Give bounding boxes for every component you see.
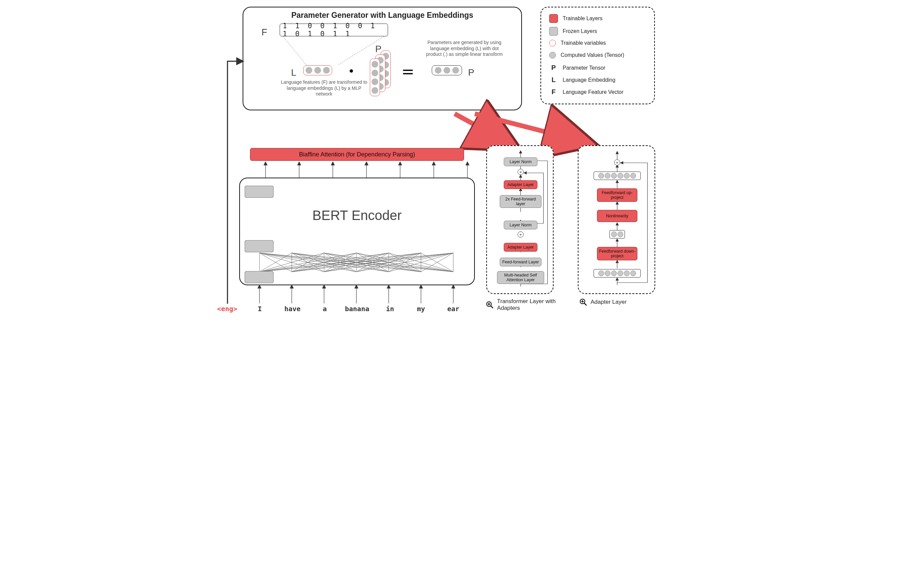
residual-add-icon: + (518, 169, 524, 175)
svg-line-3 (475, 114, 576, 140)
zoom-label-transformer: Transformer Layer with Adapters (486, 298, 563, 312)
legend-sym-F: F (549, 88, 558, 96)
legend-text: Language Embedding (563, 77, 615, 83)
zoom-in-icon (579, 298, 587, 306)
tensor-dot-icon (611, 231, 617, 237)
swatch-circle-gray (549, 52, 556, 58)
legend-F: F Language Feature Vector (549, 88, 623, 96)
token: banana (345, 305, 369, 313)
dot-icon (452, 67, 459, 74)
ff2x-block: 2x Feed-forward layer (500, 195, 541, 208)
tensor-dot-icon (630, 173, 636, 179)
legend-text: Language Feature Vector (563, 89, 623, 95)
zoom-label-text: Transformer Layer with Adapters (497, 298, 558, 312)
layernorm-block-top: Layer Norm (504, 157, 537, 166)
label-P-right: P (468, 67, 474, 78)
transformer-layer-panel: Layer Norm + Adapter Layer 2x Feed-forwa… (486, 145, 553, 294)
legend-L: L Language Embedding (549, 76, 615, 84)
encoder-cell (244, 240, 274, 252)
legend-panel: Trainable Layers Frozen Layers Trainable… (541, 7, 655, 104)
bottleneck-tensor-row (609, 230, 625, 239)
adapter-block-top: Adapter Layer (504, 180, 537, 189)
legend-text: Trainable variables (561, 40, 606, 46)
mhsa-block: Multi-headed Self Attention Layer (497, 271, 544, 284)
tensor-dot-icon (618, 231, 623, 237)
legend-computed-values: Computed Values (Tensor) (549, 52, 624, 58)
param-generator-title: Parameter Generator with Language Embedd… (243, 11, 521, 20)
layernorm-block-bottom: Layer Norm (504, 221, 537, 229)
feature-bits: 1 1 0 0 1 0 0 1 1 0 1 0 1 1 (283, 22, 385, 38)
caption-L: Language features (F) are transformed to… (280, 79, 368, 97)
legend-sym-P: P (549, 64, 558, 72)
param-tensor-pill (370, 58, 380, 96)
residual-add-icon: + (614, 160, 620, 165)
bert-encoder-title: BERT Encoder (240, 208, 474, 223)
ff-down-project-block: Feedforward down-project (597, 247, 638, 260)
dot-icon (372, 87, 378, 94)
token: have (284, 305, 301, 313)
svg-line-78 (490, 306, 493, 308)
adapter-block-bottom: Adapter Layer (504, 243, 537, 252)
bert-encoder-panel: BERT Encoder (239, 178, 475, 285)
feedforward-block: Feed-forward Layer (500, 258, 541, 267)
legend-frozen-layers: Frozen Layers (549, 27, 597, 36)
tensor-dot-icon (605, 270, 610, 276)
dot-product-icon (350, 69, 353, 73)
encoder-cell (244, 271, 274, 283)
biaffine-attention-block: Biaffine Attention (for Dependency Parsi… (250, 148, 464, 161)
caption-P: Parameters are generated by using langua… (422, 40, 507, 58)
token-arrows (239, 283, 502, 310)
dot-icon (435, 67, 442, 74)
param-generator-panel: Parameter Generator with Language Embedd… (243, 7, 522, 110)
legend-P: P Parameter Tensor (549, 64, 605, 72)
tensor-dot-icon (605, 173, 610, 179)
diagram-canvas: Parameter Generator with Language Embedd… (212, 7, 704, 325)
dot-icon (323, 67, 330, 74)
input-tensor-row (594, 269, 641, 278)
tensor-dot-icon (598, 270, 604, 276)
dot-icon (306, 67, 312, 74)
legend-trainable-layers: Trainable Layers (549, 14, 603, 23)
output-tensor-row (594, 171, 641, 180)
svg-line-0 (283, 36, 307, 65)
dot-icon (372, 78, 378, 85)
dot-icon (372, 61, 378, 68)
svg-line-2 (455, 114, 502, 140)
tensor-dot-icon (630, 270, 636, 276)
swatch-gray (549, 27, 558, 36)
feature-bits-box: 1 1 0 0 1 0 0 1 1 0 1 0 1 1 (280, 24, 388, 36)
ff-up-project-block: Feedforward up-project (597, 188, 638, 202)
equals-icon: = (402, 65, 412, 79)
token: my (417, 305, 425, 313)
token: ear (447, 305, 460, 313)
tensor-dot-icon (598, 173, 604, 179)
legend-sym-L: L (549, 76, 558, 84)
tensor-dot-icon (611, 173, 617, 179)
legend-text: Computed Values (Tensor) (561, 52, 624, 58)
svg-line-90 (584, 303, 587, 305)
legend-text: Trainable Layers (563, 16, 603, 21)
biaffine-label: Biaffine Attention (for Dependency Parsi… (299, 151, 415, 158)
label-F: F (262, 27, 267, 38)
dot-icon (314, 67, 321, 74)
zoom-in-icon (486, 301, 494, 309)
legend-text: Parameter Tensor (563, 65, 605, 71)
tensor-dot-icon (624, 270, 630, 276)
tensor-dot-icon (618, 173, 623, 179)
legend-text: Frozen Layers (563, 28, 597, 34)
zoom-label-text: Adapter Layer (591, 299, 626, 305)
dot-icon (372, 69, 378, 76)
encoder-cell (244, 186, 274, 198)
tensor-dot-icon (611, 270, 617, 276)
swatch-red (549, 14, 558, 23)
nonlinearity-block: Nonlinearity (597, 210, 638, 222)
token: I (258, 305, 262, 313)
dot-icon (443, 67, 450, 74)
tensor-dot-icon (618, 270, 623, 276)
token: in (386, 305, 394, 313)
result-param-pill (432, 65, 462, 75)
token: a (323, 305, 327, 313)
label-L: L (291, 67, 296, 78)
token-eng: <eng> (217, 305, 237, 313)
residual-add-icon: + (518, 231, 524, 237)
